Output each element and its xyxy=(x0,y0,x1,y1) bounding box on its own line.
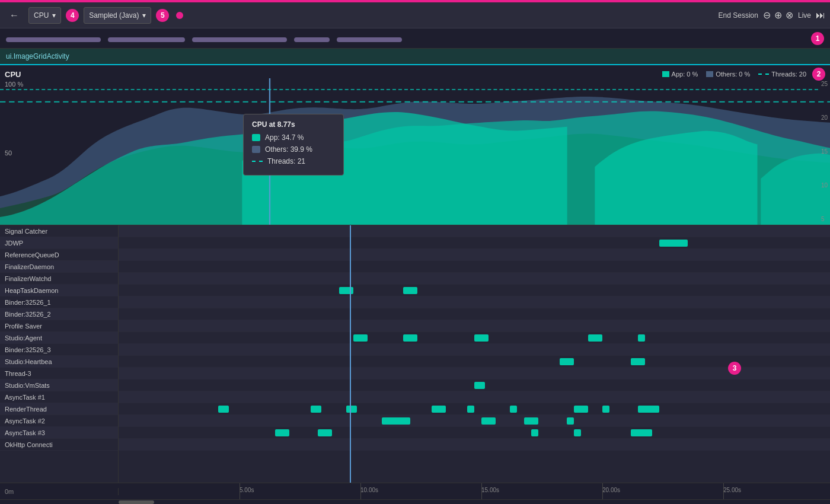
timeline-row xyxy=(119,427,830,439)
session-pill-4 xyxy=(294,37,330,42)
scrollbar-thumb[interactable] xyxy=(119,500,154,504)
tooltip-threads-row: Threads: 21 xyxy=(252,157,335,165)
session-pill-5 xyxy=(337,37,402,42)
thread-activity-block xyxy=(659,240,688,247)
thread-activity-block xyxy=(403,334,417,342)
skip-to-end-icon[interactable]: ⏭ xyxy=(816,10,825,21)
thread-activity-block xyxy=(602,406,609,413)
timeline-row xyxy=(119,379,830,391)
annotation-badge-5: 5 xyxy=(156,9,169,22)
time-axis: 0m 5.00s10.00s15.00s20.00s25.00s xyxy=(0,483,830,499)
timeline-row xyxy=(119,273,830,285)
legend-others-color xyxy=(706,71,713,77)
tooltip-app-swatch xyxy=(252,134,260,141)
thread-name-item: Studio:Agent xyxy=(0,332,118,344)
tooltip-app-label: App: 34.7 % xyxy=(265,133,304,142)
settings-icon[interactable]: ⊗ xyxy=(786,9,793,21)
cpu-dropdown-value: CPU xyxy=(34,11,49,20)
timeline-row xyxy=(119,237,830,249)
time-axis-start: 0m xyxy=(0,488,119,495)
thread-activity-block xyxy=(346,406,357,413)
thread-names-panel: Signal CatcherJDWPReferenceQueueDFinaliz… xyxy=(0,225,119,483)
annotation-badge-1: 1 xyxy=(811,32,824,45)
session-pill-2 xyxy=(108,37,185,42)
chart-area[interactable]: CPU at 8.77s App: 34.7 % Others: 39.9 % … xyxy=(0,78,830,225)
thread-timeline-panel[interactable] xyxy=(119,225,830,483)
time-tick-line xyxy=(360,483,361,499)
toolbar-controls: ⊖ ⊕ ⊗ xyxy=(763,9,793,21)
tooltip-threads-dash xyxy=(252,161,263,162)
legend-others: Others: 0 % xyxy=(706,71,750,78)
y-axis-right: 25 20 15 10 5 xyxy=(821,78,828,225)
cpu-dropdown[interactable]: CPU ▾ xyxy=(28,7,61,24)
thread-activity-block xyxy=(631,429,652,436)
session-pill-1 xyxy=(6,37,101,42)
cpu-chart-svg xyxy=(0,78,830,225)
timeline-row xyxy=(119,249,830,261)
thread-name-item: AsyncTask #1 xyxy=(0,391,118,403)
y-10: 10 xyxy=(821,182,828,189)
bottom-scrollbar[interactable] xyxy=(0,499,830,504)
y-20: 20 xyxy=(821,114,828,121)
tooltip-others-swatch xyxy=(252,146,260,153)
legend-app-label: App: 0 % xyxy=(672,71,698,78)
thread-activity-block xyxy=(631,358,645,365)
activity-bar: ui.ImageGridActivity xyxy=(0,49,830,65)
tooltip-others-row: Others: 39.9 % xyxy=(252,145,335,154)
zoom-out-icon[interactable]: ⊖ xyxy=(763,9,771,21)
thread-activity-block xyxy=(353,334,368,342)
time-axis-ticks: 5.00s10.00s15.00s20.00s25.00s xyxy=(119,483,830,499)
thread-activity-block xyxy=(318,429,332,436)
timeline-row xyxy=(119,415,830,427)
timeline-row xyxy=(119,320,830,332)
timeline-row xyxy=(119,391,830,403)
y-5: 5 xyxy=(821,216,828,222)
time-tick-label: 10.00s xyxy=(360,487,378,493)
annotation-badge-3: 3 xyxy=(728,362,741,375)
tooltip-app-row: App: 34.7 % xyxy=(252,133,335,142)
thread-name-item: Binder:32526_3 xyxy=(0,344,118,356)
timeline-row xyxy=(119,285,830,296)
cpu-tooltip: CPU at 8.77s App: 34.7 % Others: 39.9 % … xyxy=(243,114,344,176)
thread-activity-block xyxy=(574,429,581,436)
zoom-in-icon[interactable]: ⊕ xyxy=(774,9,782,21)
thread-activity-block xyxy=(567,417,574,425)
thread-activity-block xyxy=(474,334,489,342)
thread-activity-block xyxy=(474,382,485,389)
timeline-row xyxy=(119,403,830,415)
thread-activity-block xyxy=(524,417,538,425)
session-pill-3 xyxy=(192,37,287,42)
time-tick-label: 25.00s xyxy=(723,487,741,493)
thread-name-item: RenderThread xyxy=(0,403,118,415)
timeline-row xyxy=(119,296,830,308)
legend-threads: Threads: 20 xyxy=(758,71,806,78)
profile-dropdown[interactable]: Sampled (Java) ▾ xyxy=(84,7,151,24)
thread-name-item: Binder:32526_1 xyxy=(0,296,118,308)
cpu-y50-label: 50 xyxy=(5,149,12,157)
thread-activity-block xyxy=(311,406,321,413)
thread-name-item: ReferenceQueueD xyxy=(0,249,118,261)
thread-activity-block xyxy=(638,406,659,413)
session-bar: 1 xyxy=(0,28,830,49)
thread-name-item: FinalizerWatchd xyxy=(0,273,118,285)
legend-others-label: Others: 0 % xyxy=(716,71,750,78)
cpu-dropdown-arrow: ▾ xyxy=(52,11,56,20)
time-tick-line xyxy=(723,483,724,499)
y-15: 15 xyxy=(821,148,828,155)
time-tick-line xyxy=(240,483,240,499)
thread-activity-block xyxy=(382,417,410,425)
profile-dropdown-arrow: ▾ xyxy=(142,11,146,20)
time-tick-label: 5.00s xyxy=(240,487,254,493)
thread-name-item: Studio:Heartbea xyxy=(0,356,118,368)
thread-activity-block xyxy=(432,406,446,413)
thread-activity-block xyxy=(588,334,602,342)
end-session-button[interactable]: End Session xyxy=(719,11,758,20)
thread-activity-block xyxy=(574,406,588,413)
thread-activity-block xyxy=(467,406,474,413)
thread-name-item: Thread-3 xyxy=(0,368,118,379)
record-button[interactable] xyxy=(176,12,183,19)
back-button[interactable]: ← xyxy=(5,8,24,23)
profile-dropdown-value: Sampled (Java) xyxy=(89,11,139,20)
timeline-row xyxy=(119,439,830,451)
thread-name-item: Binder:32526_2 xyxy=(0,308,118,320)
